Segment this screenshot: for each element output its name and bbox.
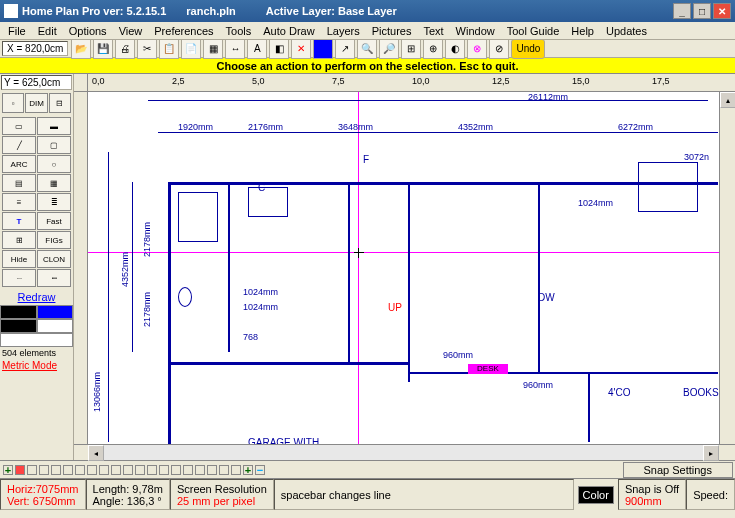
snap-seg[interactable]: [99, 465, 109, 475]
tool-dash-icon[interactable]: ┈: [2, 269, 36, 287]
snap-seg[interactable]: [75, 465, 85, 475]
tool-hatch2-icon[interactable]: ▦: [37, 174, 71, 192]
tool-zoom-in-icon[interactable]: 🔍: [357, 39, 377, 59]
menu-view[interactable]: View: [113, 24, 149, 38]
tool-circle-icon[interactable]: ○: [37, 155, 71, 173]
tool-g-icon[interactable]: ⊕: [423, 39, 443, 59]
metric-mode-link[interactable]: Metric Mode: [0, 359, 73, 372]
tool-fill2-icon[interactable]: ≣: [37, 193, 71, 211]
tool-clone-icon[interactable]: CLON: [37, 250, 71, 268]
snap-seg[interactable]: [27, 465, 37, 475]
menu-pictures[interactable]: Pictures: [366, 24, 418, 38]
tool-rect2-icon[interactable]: ▬: [37, 117, 71, 135]
snap-seg[interactable]: [207, 465, 217, 475]
tool-c-icon[interactable]: ✕: [291, 39, 311, 59]
close-button[interactable]: ✕: [713, 3, 731, 19]
horizontal-ruler: 0,0 2,5 5,0 7,5 10,0 12,5 15,0 17,5: [74, 74, 735, 92]
snap-seg[interactable]: [195, 465, 205, 475]
menu-file[interactable]: File: [2, 24, 32, 38]
tool-dim-icon[interactable]: ↔: [225, 39, 245, 59]
minimize-button[interactable]: _: [673, 3, 691, 19]
scroll-right-icon[interactable]: ▸: [703, 445, 719, 461]
snap-seg[interactable]: [87, 465, 97, 475]
vertical-scrollbar[interactable]: ▴: [719, 92, 735, 444]
drawing-canvas[interactable]: 26112mm 1920mm 2176mm 3648mm 4352mm 6272…: [88, 92, 719, 444]
tool-rect-icon[interactable]: ▭: [2, 117, 36, 135]
tool-open-icon[interactable]: 📂: [71, 39, 91, 59]
snap-seg[interactable]: [219, 465, 229, 475]
tool-a-icon[interactable]: A: [247, 39, 267, 59]
snap-seg[interactable]: [147, 465, 157, 475]
tool-d-icon[interactable]: [313, 39, 333, 59]
menu-edit[interactable]: Edit: [32, 24, 63, 38]
tool-b-icon[interactable]: ◧: [269, 39, 289, 59]
tool-print-icon[interactable]: 🖨: [115, 39, 135, 59]
tool-line-icon[interactable]: ╱: [2, 136, 36, 154]
snap-settings-button[interactable]: Snap Settings: [623, 462, 734, 478]
menu-toolguide[interactable]: Tool Guide: [501, 24, 566, 38]
menu-text[interactable]: Text: [417, 24, 449, 38]
scroll-up-icon[interactable]: ▴: [720, 92, 735, 108]
redraw-link[interactable]: Redraw: [0, 289, 73, 305]
snap-seg[interactable]: [15, 465, 25, 475]
tool-dim2-icon[interactable]: ⊟: [49, 93, 71, 113]
snap-seg[interactable]: [111, 465, 121, 475]
snap-seg[interactable]: [51, 465, 61, 475]
tool-hide-icon[interactable]: Hide: [2, 250, 36, 268]
menu-tools[interactable]: Tools: [220, 24, 258, 38]
snap-seg[interactable]: [63, 465, 73, 475]
menu-preferences[interactable]: Preferences: [148, 24, 219, 38]
snap-plus-icon[interactable]: +: [3, 465, 13, 475]
scroll-left-icon[interactable]: ◂: [88, 445, 104, 461]
tool-select-icon[interactable]: ▫: [2, 93, 24, 113]
tool-paste-icon[interactable]: 📄: [181, 39, 201, 59]
element-count: 504 elements: [0, 347, 73, 359]
tool-zoom-out-icon[interactable]: 🔎: [379, 39, 399, 59]
horizontal-scrollbar[interactable]: ◂ ▸: [74, 444, 735, 460]
snap-plus2-icon[interactable]: +: [243, 465, 253, 475]
tub-fixture: [638, 162, 698, 212]
tool-fig-icon[interactable]: ⊞: [2, 231, 36, 249]
maximize-button[interactable]: □: [693, 3, 711, 19]
menu-updates[interactable]: Updates: [600, 24, 653, 38]
menu-options[interactable]: Options: [63, 24, 113, 38]
tool-text-icon[interactable]: T: [2, 212, 36, 230]
color-swatches[interactable]: [0, 305, 73, 347]
tool-figs-icon[interactable]: FIGs: [37, 231, 71, 249]
tool-fast-icon[interactable]: Fast: [37, 212, 71, 230]
toolbar-row: X = 820,0cm 📂 💾 🖨 ✂ 📋 📄 ▦ ↔ A ◧ ✕ ↗ 🔍 🔎 …: [0, 40, 735, 58]
tool-fill-icon[interactable]: ≡: [2, 193, 36, 211]
y-coord: Y = 625,0cm: [1, 75, 72, 90]
undo-button[interactable]: Undo: [511, 39, 545, 59]
tool-save-icon[interactable]: 💾: [93, 39, 113, 59]
menu-help[interactable]: Help: [565, 24, 600, 38]
tool-arc-icon[interactable]: ARC: [2, 155, 36, 173]
tool-layers-icon[interactable]: ▦: [203, 39, 223, 59]
snap-seg[interactable]: [39, 465, 49, 475]
tool-hatch-icon[interactable]: ▤: [2, 174, 36, 192]
snap-seg[interactable]: [159, 465, 169, 475]
color-button[interactable]: Color: [578, 486, 614, 504]
fixture: [178, 192, 218, 242]
toilet-icon: [178, 287, 192, 307]
tool-copy-icon[interactable]: 📋: [159, 39, 179, 59]
snap-seg[interactable]: [231, 465, 241, 475]
snap-seg[interactable]: [171, 465, 181, 475]
tool-e-icon[interactable]: ↗: [335, 39, 355, 59]
tool-f-icon[interactable]: ⊞: [401, 39, 421, 59]
tool-i-icon[interactable]: ⊗: [467, 39, 487, 59]
tool-dash2-icon[interactable]: ┉: [37, 269, 71, 287]
tool-j-icon[interactable]: ⊘: [489, 39, 509, 59]
snap-seg[interactable]: [183, 465, 193, 475]
menu-window[interactable]: Window: [450, 24, 501, 38]
menu-layers[interactable]: Layers: [321, 24, 366, 38]
snap-seg[interactable]: [135, 465, 145, 475]
tool-rect3-icon[interactable]: ▢: [37, 136, 71, 154]
snap-minus-icon[interactable]: −: [255, 465, 265, 475]
snap-seg[interactable]: [123, 465, 133, 475]
menu-autodraw[interactable]: Auto Draw: [257, 24, 320, 38]
status-resolution: Screen Resolution 25 mm per pixel: [170, 479, 274, 510]
tool-h-icon[interactable]: ◐: [445, 39, 465, 59]
tool-cut-icon[interactable]: ✂: [137, 39, 157, 59]
tool-dim-icon[interactable]: DIM: [25, 93, 47, 113]
